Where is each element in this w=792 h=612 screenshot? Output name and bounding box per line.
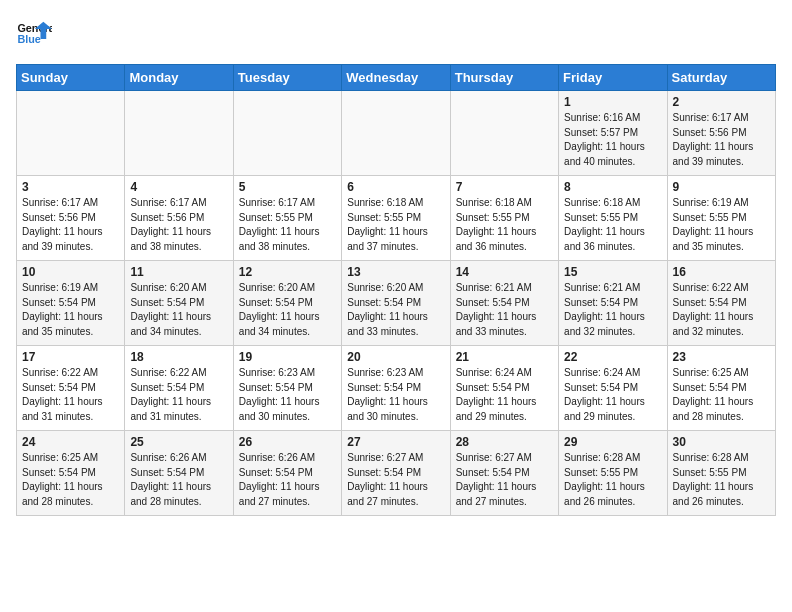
calendar-cell: 16Sunrise: 6:22 AM Sunset: 5:54 PM Dayli… <box>667 261 775 346</box>
day-info: Sunrise: 6:17 AM Sunset: 5:55 PM Dayligh… <box>239 196 336 254</box>
weekday-header-thursday: Thursday <box>450 65 558 91</box>
day-number: 8 <box>564 180 661 194</box>
day-info: Sunrise: 6:27 AM Sunset: 5:54 PM Dayligh… <box>347 451 444 509</box>
calendar-cell: 25Sunrise: 6:26 AM Sunset: 5:54 PM Dayli… <box>125 431 233 516</box>
calendar-cell: 1Sunrise: 6:16 AM Sunset: 5:57 PM Daylig… <box>559 91 667 176</box>
day-info: Sunrise: 6:23 AM Sunset: 5:54 PM Dayligh… <box>347 366 444 424</box>
page-container: General Blue SundayMondayTuesdayWednesda… <box>0 0 792 524</box>
logo-icon: General Blue <box>16 16 52 52</box>
calendar-cell: 22Sunrise: 6:24 AM Sunset: 5:54 PM Dayli… <box>559 346 667 431</box>
day-number: 28 <box>456 435 553 449</box>
weekday-header-sunday: Sunday <box>17 65 125 91</box>
calendar-cell <box>17 91 125 176</box>
calendar-cell: 27Sunrise: 6:27 AM Sunset: 5:54 PM Dayli… <box>342 431 450 516</box>
calendar-week-row: 24Sunrise: 6:25 AM Sunset: 5:54 PM Dayli… <box>17 431 776 516</box>
calendar-cell <box>450 91 558 176</box>
day-info: Sunrise: 6:18 AM Sunset: 5:55 PM Dayligh… <box>456 196 553 254</box>
calendar-week-row: 1Sunrise: 6:16 AM Sunset: 5:57 PM Daylig… <box>17 91 776 176</box>
day-info: Sunrise: 6:27 AM Sunset: 5:54 PM Dayligh… <box>456 451 553 509</box>
calendar-cell: 12Sunrise: 6:20 AM Sunset: 5:54 PM Dayli… <box>233 261 341 346</box>
calendar-cell: 7Sunrise: 6:18 AM Sunset: 5:55 PM Daylig… <box>450 176 558 261</box>
calendar-week-row: 3Sunrise: 6:17 AM Sunset: 5:56 PM Daylig… <box>17 176 776 261</box>
calendar-cell: 15Sunrise: 6:21 AM Sunset: 5:54 PM Dayli… <box>559 261 667 346</box>
calendar-cell: 24Sunrise: 6:25 AM Sunset: 5:54 PM Dayli… <box>17 431 125 516</box>
calendar-cell: 10Sunrise: 6:19 AM Sunset: 5:54 PM Dayli… <box>17 261 125 346</box>
calendar-cell <box>342 91 450 176</box>
day-number: 30 <box>673 435 770 449</box>
day-number: 1 <box>564 95 661 109</box>
day-info: Sunrise: 6:16 AM Sunset: 5:57 PM Dayligh… <box>564 111 661 169</box>
calendar-cell: 6Sunrise: 6:18 AM Sunset: 5:55 PM Daylig… <box>342 176 450 261</box>
day-number: 24 <box>22 435 119 449</box>
day-number: 5 <box>239 180 336 194</box>
day-number: 11 <box>130 265 227 279</box>
calendar-cell: 13Sunrise: 6:20 AM Sunset: 5:54 PM Dayli… <box>342 261 450 346</box>
calendar-cell <box>233 91 341 176</box>
calendar-cell: 18Sunrise: 6:22 AM Sunset: 5:54 PM Dayli… <box>125 346 233 431</box>
day-info: Sunrise: 6:22 AM Sunset: 5:54 PM Dayligh… <box>22 366 119 424</box>
day-info: Sunrise: 6:21 AM Sunset: 5:54 PM Dayligh… <box>564 281 661 339</box>
day-number: 4 <box>130 180 227 194</box>
day-info: Sunrise: 6:20 AM Sunset: 5:54 PM Dayligh… <box>130 281 227 339</box>
day-info: Sunrise: 6:17 AM Sunset: 5:56 PM Dayligh… <box>22 196 119 254</box>
header: General Blue <box>16 16 776 52</box>
day-number: 15 <box>564 265 661 279</box>
day-info: Sunrise: 6:26 AM Sunset: 5:54 PM Dayligh… <box>130 451 227 509</box>
calendar-cell: 21Sunrise: 6:24 AM Sunset: 5:54 PM Dayli… <box>450 346 558 431</box>
day-number: 10 <box>22 265 119 279</box>
day-number: 22 <box>564 350 661 364</box>
weekday-header-row: SundayMondayTuesdayWednesdayThursdayFrid… <box>17 65 776 91</box>
calendar-cell: 19Sunrise: 6:23 AM Sunset: 5:54 PM Dayli… <box>233 346 341 431</box>
day-number: 6 <box>347 180 444 194</box>
day-number: 19 <box>239 350 336 364</box>
day-info: Sunrise: 6:22 AM Sunset: 5:54 PM Dayligh… <box>673 281 770 339</box>
day-info: Sunrise: 6:17 AM Sunset: 5:56 PM Dayligh… <box>130 196 227 254</box>
day-number: 20 <box>347 350 444 364</box>
day-info: Sunrise: 6:28 AM Sunset: 5:55 PM Dayligh… <box>564 451 661 509</box>
weekday-header-monday: Monday <box>125 65 233 91</box>
day-info: Sunrise: 6:20 AM Sunset: 5:54 PM Dayligh… <box>347 281 444 339</box>
day-info: Sunrise: 6:22 AM Sunset: 5:54 PM Dayligh… <box>130 366 227 424</box>
calendar-cell: 3Sunrise: 6:17 AM Sunset: 5:56 PM Daylig… <box>17 176 125 261</box>
calendar-cell: 14Sunrise: 6:21 AM Sunset: 5:54 PM Dayli… <box>450 261 558 346</box>
calendar-cell: 9Sunrise: 6:19 AM Sunset: 5:55 PM Daylig… <box>667 176 775 261</box>
day-number: 12 <box>239 265 336 279</box>
calendar-cell: 8Sunrise: 6:18 AM Sunset: 5:55 PM Daylig… <box>559 176 667 261</box>
day-number: 17 <box>22 350 119 364</box>
day-number: 26 <box>239 435 336 449</box>
day-number: 9 <box>673 180 770 194</box>
day-info: Sunrise: 6:18 AM Sunset: 5:55 PM Dayligh… <box>347 196 444 254</box>
day-info: Sunrise: 6:19 AM Sunset: 5:54 PM Dayligh… <box>22 281 119 339</box>
day-info: Sunrise: 6:25 AM Sunset: 5:54 PM Dayligh… <box>22 451 119 509</box>
day-number: 21 <box>456 350 553 364</box>
calendar-cell: 5Sunrise: 6:17 AM Sunset: 5:55 PM Daylig… <box>233 176 341 261</box>
day-info: Sunrise: 6:18 AM Sunset: 5:55 PM Dayligh… <box>564 196 661 254</box>
calendar-cell: 23Sunrise: 6:25 AM Sunset: 5:54 PM Dayli… <box>667 346 775 431</box>
svg-text:Blue: Blue <box>17 33 40 45</box>
calendar-cell: 30Sunrise: 6:28 AM Sunset: 5:55 PM Dayli… <box>667 431 775 516</box>
calendar-cell: 29Sunrise: 6:28 AM Sunset: 5:55 PM Dayli… <box>559 431 667 516</box>
calendar-cell: 4Sunrise: 6:17 AM Sunset: 5:56 PM Daylig… <box>125 176 233 261</box>
day-number: 29 <box>564 435 661 449</box>
day-number: 14 <box>456 265 553 279</box>
day-number: 18 <box>130 350 227 364</box>
day-number: 25 <box>130 435 227 449</box>
calendar-cell <box>125 91 233 176</box>
day-info: Sunrise: 6:28 AM Sunset: 5:55 PM Dayligh… <box>673 451 770 509</box>
day-number: 16 <box>673 265 770 279</box>
day-number: 3 <box>22 180 119 194</box>
weekday-header-friday: Friday <box>559 65 667 91</box>
day-info: Sunrise: 6:21 AM Sunset: 5:54 PM Dayligh… <box>456 281 553 339</box>
day-number: 27 <box>347 435 444 449</box>
calendar-table: SundayMondayTuesdayWednesdayThursdayFrid… <box>16 64 776 516</box>
day-number: 7 <box>456 180 553 194</box>
calendar-cell: 17Sunrise: 6:22 AM Sunset: 5:54 PM Dayli… <box>17 346 125 431</box>
calendar-cell: 11Sunrise: 6:20 AM Sunset: 5:54 PM Dayli… <box>125 261 233 346</box>
calendar-week-row: 10Sunrise: 6:19 AM Sunset: 5:54 PM Dayli… <box>17 261 776 346</box>
calendar-cell: 26Sunrise: 6:26 AM Sunset: 5:54 PM Dayli… <box>233 431 341 516</box>
day-number: 2 <box>673 95 770 109</box>
calendar-cell: 2Sunrise: 6:17 AM Sunset: 5:56 PM Daylig… <box>667 91 775 176</box>
calendar-week-row: 17Sunrise: 6:22 AM Sunset: 5:54 PM Dayli… <box>17 346 776 431</box>
day-number: 13 <box>347 265 444 279</box>
day-info: Sunrise: 6:23 AM Sunset: 5:54 PM Dayligh… <box>239 366 336 424</box>
